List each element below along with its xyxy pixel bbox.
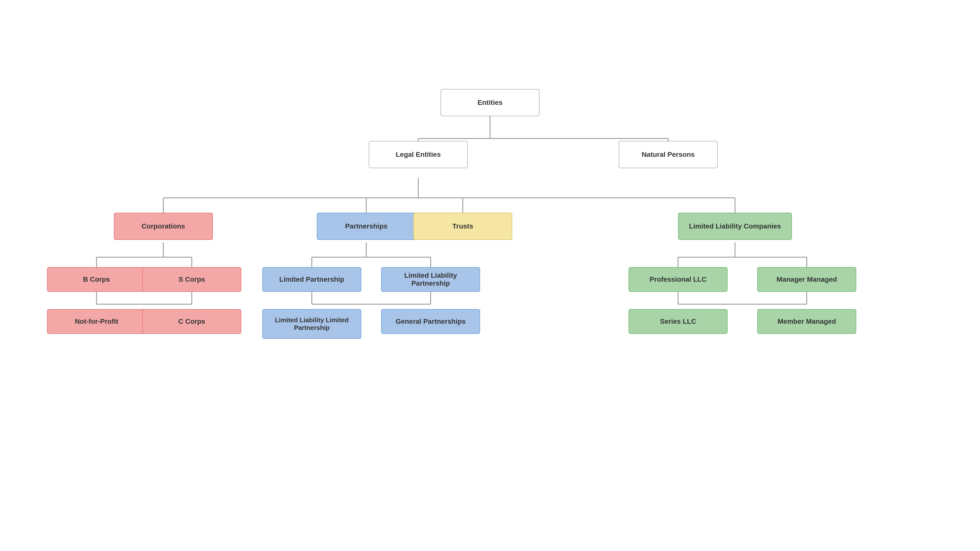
node-c-corps: C Corps [142,309,241,334]
node-series-llc: Series LLC [628,309,727,334]
node-entities: Entities [441,89,539,116]
node-corporations: Corporations [114,213,213,240]
node-llp: Limited Liability Partnership [381,267,480,292]
node-partnerships: Partnerships [317,213,416,240]
node-lllp: Limited Liability Limited Partnership [262,309,361,339]
node-trusts: Trusts [413,213,512,240]
node-manager-managed: Manager Managed [757,267,856,292]
node-s-corps: S Corps [142,267,241,292]
node-member-managed: Member Managed [757,309,856,334]
node-professional-llc: Professional LLC [628,267,727,292]
node-general-partnerships: General Partnerships [381,309,480,334]
node-natural-persons: Natural Persons [619,141,718,168]
chart-container: Entities Legal Entities Natural Persons … [0,0,980,551]
node-legal-entities: Legal Entities [369,141,468,168]
node-not-for-profit: Not-for-Profit [47,309,146,334]
node-b-corps: B Corps [47,267,146,292]
node-limited-partnership: Limited Partnership [262,267,361,292]
node-llc: Limited Liability Companies [678,213,792,240]
